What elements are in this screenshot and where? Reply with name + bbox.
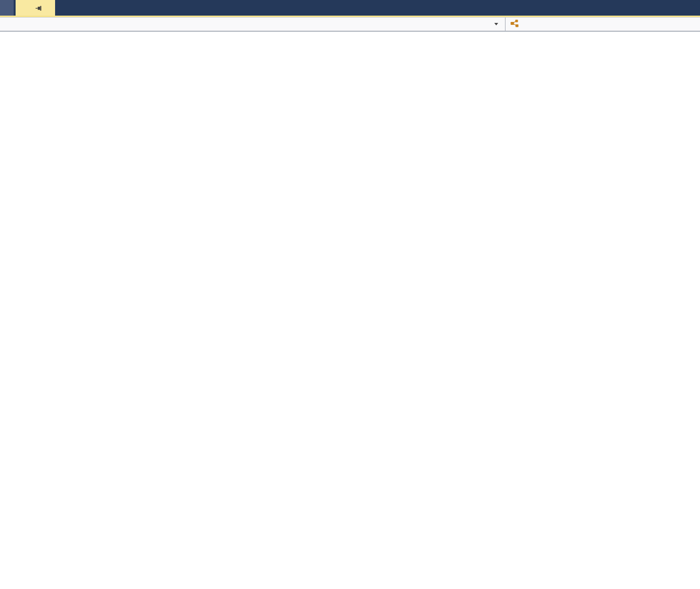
symbol-dropdown[interactable] — [506, 18, 700, 31]
tab-visualizer[interactable] — [0, 0, 14, 16]
tab-bar — [0, 0, 700, 16]
code-editor[interactable] — [0, 32, 700, 33]
pin-icon[interactable] — [35, 4, 42, 12]
navigation-bar — [0, 17, 700, 32]
class-icon — [510, 20, 519, 29]
vs-editor-window — [0, 0, 700, 589]
tab-arcontroller[interactable] — [16, 0, 55, 16]
chevron-down-icon[interactable] — [494, 23, 498, 25]
project-dropdown[interactable] — [0, 18, 505, 31]
